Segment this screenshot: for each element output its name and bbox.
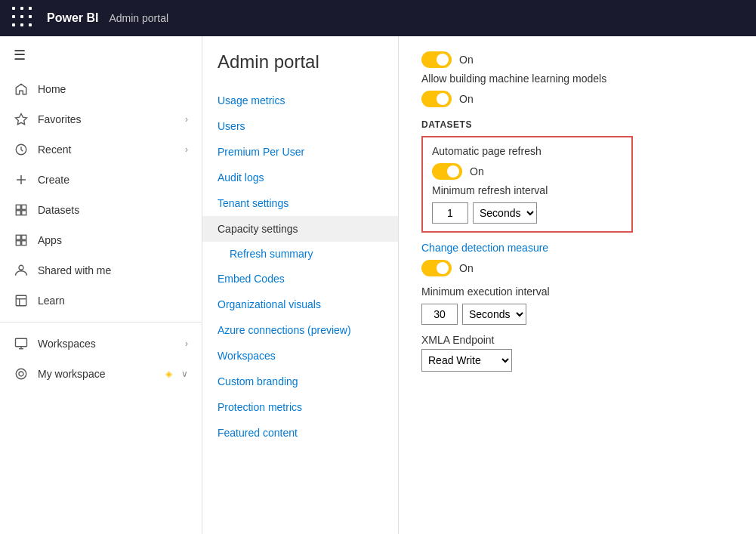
toggle3[interactable] (432, 163, 462, 180)
exec-interval-input[interactable] (421, 304, 458, 325)
toggle4-row: On (421, 260, 733, 276)
recent-icon (14, 142, 29, 157)
sidebar-item-learn-label: Learn (38, 295, 188, 307)
toggle1[interactable] (421, 51, 452, 68)
svg-rect-7 (22, 211, 26, 215)
sidebar-item-learn[interactable]: Learn (0, 286, 202, 316)
allow-ml-text: Allow building machine learning models (421, 73, 733, 85)
sidebar-item-workspaces[interactable]: Workspaces › (0, 329, 202, 359)
sidebar: ☰ Home Favorites › Recent › (0, 36, 202, 534)
sidebar-item-datasets[interactable]: Datasets (0, 195, 202, 225)
sidebar-item-shared[interactable]: Shared with me (0, 255, 202, 286)
top-bar: Power BI Admin portal (0, 0, 756, 36)
svg-rect-4 (16, 205, 20, 209)
settings-panel: On Allow building machine learning model… (399, 36, 756, 534)
svg-rect-13 (16, 295, 26, 306)
svg-rect-11 (22, 241, 26, 245)
datasets-section-label: DATASETS (421, 119, 733, 130)
change-detection-label: Change detection measure (421, 242, 733, 254)
sidebar-item-favorites-label: Favorites (38, 113, 176, 125)
sidebar-item-apps[interactable]: Apps (0, 225, 202, 255)
interval-label: Minimum refresh interval (432, 184, 622, 196)
datasets-icon (14, 202, 29, 218)
learn-icon (14, 293, 29, 308)
auto-refresh-box: Automatic page refresh On Minimum refres… (421, 136, 633, 233)
admin-nav-featured-content[interactable]: Featured content (202, 420, 398, 446)
favorites-icon (14, 112, 29, 127)
favorites-chevron-icon: › (185, 114, 188, 125)
svg-rect-5 (22, 205, 26, 209)
home-icon (14, 82, 29, 97)
admin-nav-refresh-summary[interactable]: Refresh summary (202, 242, 398, 266)
sidebar-item-create[interactable]: Create (0, 165, 202, 195)
toggle4-label: On (459, 262, 474, 274)
sidebar-item-apps-label: Apps (38, 234, 188, 246)
my-workspace-chevron-icon: ∨ (181, 369, 188, 379)
interval-row: Seconds Minutes (432, 202, 622, 224)
top-bar-title: Admin portal (109, 12, 168, 24)
premium-diamond-icon: ◈ (165, 369, 172, 379)
sidebar-item-my-workspace[interactable]: My workspace ◈ ∨ (0, 359, 202, 389)
xmla-select[interactable]: Read Write Off Read Only (421, 349, 512, 372)
admin-nav-users[interactable]: Users (202, 113, 398, 139)
interval-unit-select[interactable]: Seconds Minutes (473, 202, 537, 224)
admin-nav-tenant-settings[interactable]: Tenant settings (202, 190, 398, 216)
admin-nav-org-visuals[interactable]: Organizational visuals (202, 292, 398, 317)
sidebar-item-workspaces-label: Workspaces (38, 338, 176, 350)
svg-marker-0 (16, 114, 27, 125)
exec-unit-select[interactable]: Seconds Minutes (462, 304, 526, 325)
toggle3-label: On (470, 165, 484, 177)
svg-rect-9 (22, 235, 26, 239)
sidebar-item-recent-label: Recent (38, 144, 176, 156)
admin-nav-custom-branding[interactable]: Custom branding (202, 369, 398, 394)
toggle2-row: On (421, 91, 733, 107)
svg-rect-6 (16, 211, 20, 215)
admin-portal-title: Admin portal (202, 51, 398, 88)
create-icon (14, 172, 29, 187)
auto-refresh-title: Automatic page refresh (432, 145, 622, 157)
workspaces-icon (14, 336, 29, 351)
admin-nav-protection-metrics[interactable]: Protection metrics (202, 394, 398, 420)
svg-rect-16 (16, 338, 27, 347)
svg-point-20 (19, 372, 23, 376)
xmla-section: XMLA Endpoint Read Write Off Read Only (421, 334, 733, 372)
main-layout: ☰ Home Favorites › Recent › (0, 36, 756, 534)
admin-nav-premium-per-user[interactable]: Premium Per User (202, 139, 398, 165)
sidebar-item-home-label: Home (38, 83, 188, 95)
sidebar-item-create-label: Create (38, 174, 188, 186)
app-logo: Power BI (47, 11, 98, 25)
exec-interval-row: Seconds Minutes (421, 304, 733, 325)
svg-rect-10 (16, 241, 20, 245)
sidebar-item-shared-label: Shared with me (38, 264, 188, 276)
hamburger-menu[interactable]: ☰ (0, 36, 202, 74)
sidebar-item-favorites[interactable]: Favorites › (0, 104, 202, 134)
toggle2[interactable] (421, 91, 452, 107)
recent-chevron-icon: › (185, 144, 188, 155)
sidebar-item-my-workspace-label: My workspace (38, 368, 156, 380)
exec-section: Minimum execution interval Seconds Minut… (421, 286, 733, 325)
admin-nav-audit-logs[interactable]: Audit logs (202, 165, 398, 190)
shared-icon (14, 263, 29, 278)
sidebar-item-datasets-label: Datasets (38, 204, 188, 216)
workspaces-chevron-icon: › (185, 338, 188, 349)
content-area: Admin portal Usage metrics Users Premium… (202, 36, 756, 534)
toggle4[interactable] (421, 260, 452, 276)
exec-label: Minimum execution interval (421, 286, 733, 298)
sidebar-item-home[interactable]: Home (0, 74, 202, 104)
admin-nav-workspaces[interactable]: Workspaces (202, 343, 398, 369)
toggle1-row: On (421, 51, 733, 68)
xmla-label: XMLA Endpoint (421, 334, 733, 346)
sidebar-item-recent[interactable]: Recent › (0, 134, 202, 165)
interval-input[interactable] (432, 202, 468, 224)
toggle1-label: On (459, 54, 474, 66)
svg-point-12 (19, 265, 23, 270)
admin-nav-usage-metrics[interactable]: Usage metrics (202, 88, 398, 113)
admin-nav-capacity-settings[interactable]: Capacity settings (202, 216, 398, 242)
admin-nav-embed-codes[interactable]: Embed Codes (202, 266, 398, 292)
svg-rect-8 (16, 235, 20, 239)
svg-point-19 (16, 369, 26, 379)
toggle3-row: On (432, 163, 622, 180)
app-launcher-icon[interactable] (12, 7, 35, 29)
admin-nav-azure-connections[interactable]: Azure connections (preview) (202, 317, 398, 343)
my-workspace-icon (14, 366, 29, 381)
